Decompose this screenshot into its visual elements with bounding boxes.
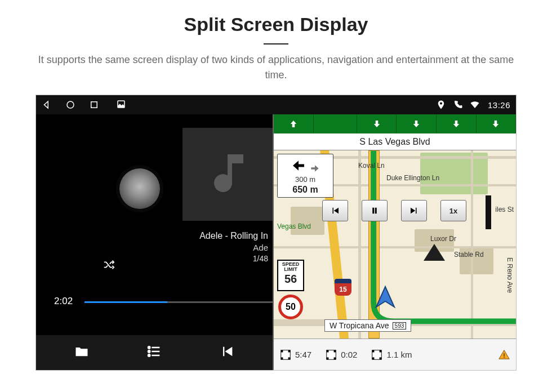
android-status-bar: 13:26	[36, 95, 516, 114]
poi-label: Luxor Dr	[430, 235, 456, 243]
lane-arrow	[477, 114, 516, 133]
home-button[interactable]	[65, 100, 75, 110]
location-icon	[436, 100, 446, 110]
device-frame: 13:26 Adele - Rolling In Ade 1/48 2:02	[36, 95, 516, 370]
remaining-time-stat: 0:02	[325, 349, 357, 361]
turn-distance-small: 300 m	[295, 175, 315, 184]
lane-gap	[314, 114, 357, 133]
turn-distance-main: 650 m	[292, 185, 318, 195]
track-title: Adele - Rolling In	[199, 230, 268, 242]
status-clock: 13:26	[488, 100, 510, 110]
wifi-icon	[470, 100, 480, 110]
page-title: Split Screen Display	[0, 0, 552, 35]
navigation-pane: S Las Vegas Blvd	[273, 114, 516, 370]
svg-point-5	[148, 354, 150, 357]
music-note-icon	[201, 148, 255, 202]
nav-bottom-bar: 5:47 0:02 1.1 km	[274, 338, 516, 370]
music-bottom-bar	[36, 335, 273, 370]
nav-pause-button[interactable]	[362, 200, 388, 221]
svg-rect-1	[91, 102, 97, 108]
eta-value: 5:47	[295, 350, 311, 359]
nav-playback-rate-button[interactable]: 1x	[440, 200, 466, 221]
lane-guidance-bar	[274, 114, 516, 133]
nav-warning-button[interactable]	[498, 349, 510, 361]
poi-label: E Reno Ave	[506, 257, 514, 293]
lane-arrow	[437, 114, 477, 133]
upcoming-street-label: S Las Vegas Blvd	[274, 133, 516, 150]
eta-stat: 5:47	[279, 349, 311, 361]
lane-arrow	[357, 114, 397, 133]
playback-progress[interactable]	[84, 301, 273, 303]
nav-prev-button[interactable]	[322, 200, 348, 221]
current-exit-number: 593	[393, 322, 407, 329]
back-button[interactable]	[42, 100, 52, 110]
recents-button[interactable]	[89, 100, 99, 110]
poi-label: Stable Rd	[454, 251, 484, 259]
poi-label: Duke Ellington Ln	[386, 174, 439, 182]
poi-label: Vegas Blvd	[277, 222, 311, 230]
splitscreen-drag-handle[interactable]	[119, 168, 160, 209]
music-pane: Adele - Rolling In Ade 1/48 2:02	[36, 114, 273, 370]
current-street-chip: W Tropicana Ave 593	[324, 319, 411, 332]
distance-value: 1.1 km	[386, 350, 412, 359]
playlist-button[interactable]	[146, 344, 162, 362]
speed-limit-value: 56	[279, 273, 302, 284]
poi-label: iles St	[495, 206, 514, 213]
nav-next-button[interactable]	[401, 200, 427, 221]
speed-limit-sign: SPEED LIMIT 56	[277, 260, 304, 291]
title-underline	[264, 43, 288, 44]
phone-icon	[453, 100, 463, 110]
track-artist: Ade	[199, 242, 268, 253]
picture-notification-icon	[116, 99, 126, 111]
shuffle-button[interactable]	[103, 259, 115, 273]
lane-arrow	[274, 114, 314, 133]
svg-rect-9	[504, 353, 505, 357]
svg-point-0	[67, 101, 74, 108]
vehicle-heading-arrow	[372, 284, 399, 311]
track-counter: 1/48	[199, 253, 268, 264]
turn-instruction-box: 300 m 650 m	[277, 154, 333, 198]
folder-button[interactable]	[74, 344, 90, 362]
map-canvas[interactable]: Koval Ln Duke Ellington Ln iles St Vegas…	[274, 150, 516, 338]
previous-track-button[interactable]	[219, 344, 235, 362]
svg-rect-10	[504, 357, 505, 358]
nav-media-controls: 1x	[322, 200, 466, 221]
page-subtitle: It supports the same screen display of t…	[31, 52, 521, 83]
speed-limit-label: SPEED LIMIT	[279, 262, 302, 272]
svg-point-3	[148, 346, 150, 349]
svg-point-4	[148, 350, 150, 353]
elapsed-time: 2:02	[54, 296, 73, 307]
turn-right-icon	[309, 163, 320, 174]
lane-arrow	[397, 114, 437, 133]
album-art-placeholder	[182, 128, 273, 221]
highway-shield: 15	[335, 279, 351, 296]
poi-label: Koval Ln	[358, 162, 385, 170]
distance-stat: 1.1 km	[371, 349, 412, 361]
turn-left-icon	[290, 157, 307, 174]
current-street-label: W Tropicana Ave	[330, 321, 389, 330]
remaining-time-value: 0:02	[341, 350, 357, 359]
current-speed: 50	[278, 295, 303, 319]
